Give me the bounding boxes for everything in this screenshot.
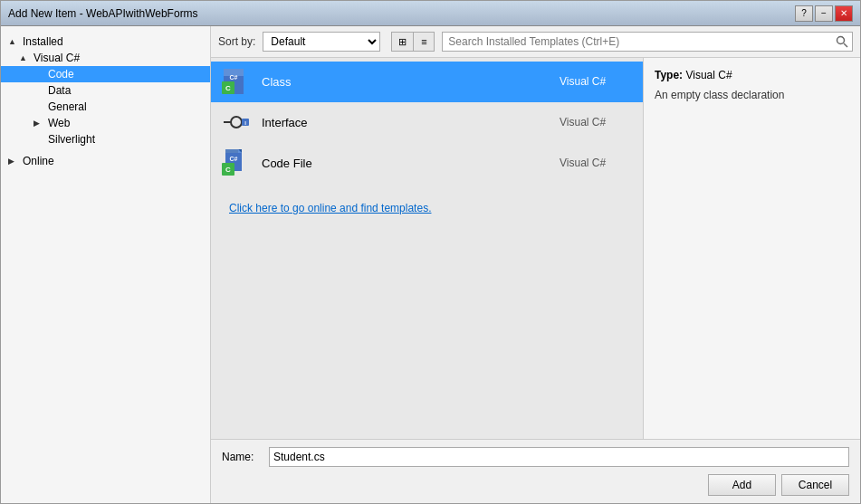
sidebar-item-visualcsharp[interactable]: ▲ Visual C# bbox=[1, 50, 210, 66]
bottom-bar: Name: Add Cancel bbox=[211, 439, 860, 503]
toolbar-row: Sort by: Default Name Type Size ⊞ ≡ bbox=[211, 26, 860, 58]
sidebar-label-online: Online bbox=[23, 155, 54, 167]
expand-arrow-web: ▶ bbox=[33, 119, 44, 128]
content-area: C# C Class Visual C# bbox=[211, 58, 860, 439]
svg-point-7 bbox=[231, 117, 242, 128]
minimize-button[interactable]: − bbox=[815, 5, 833, 22]
sidebar-item-online[interactable]: ▶ Online bbox=[1, 153, 210, 169]
interface-item-type: Visual C# bbox=[560, 116, 632, 128]
info-description: An empty class declaration bbox=[655, 89, 849, 101]
info-type-value: Visual C# bbox=[685, 69, 732, 81]
svg-text:C: C bbox=[225, 84, 231, 92]
sidebar-label-silverlight: Silverlight bbox=[48, 133, 95, 146]
name-row: Name: bbox=[222, 447, 849, 467]
online-link[interactable]: Click here to go online and find templat… bbox=[222, 195, 438, 222]
class-item-name: Class bbox=[262, 75, 549, 89]
sort-label: Sort by: bbox=[218, 35, 255, 48]
close-button[interactable]: ✕ bbox=[835, 5, 853, 22]
sidebar-label-code: Code bbox=[48, 68, 74, 81]
action-buttons: Add Cancel bbox=[222, 474, 849, 496]
search-icon bbox=[836, 35, 848, 48]
svg-line-1 bbox=[844, 43, 847, 47]
sidebar-label-data: Data bbox=[48, 84, 71, 97]
sidebar-item-installed[interactable]: ▲ Installed bbox=[1, 33, 210, 50]
template-item-interface[interactable]: I Interface Visual C# bbox=[211, 102, 643, 143]
template-item-class[interactable]: C# C Class Visual C# bbox=[211, 62, 643, 102]
sidebar-item-silverlight[interactable]: Silverlight bbox=[1, 131, 210, 147]
svg-point-0 bbox=[837, 37, 845, 44]
expand-arrow-visualcsharp: ▲ bbox=[19, 53, 30, 62]
search-input[interactable] bbox=[442, 32, 853, 52]
view-icons-button[interactable]: ⊞ bbox=[391, 32, 413, 52]
name-input[interactable] bbox=[269, 447, 849, 467]
sidebar-item-code[interactable]: Code bbox=[1, 66, 210, 82]
svg-rect-15 bbox=[225, 149, 238, 153]
sidebar-label-visualcsharp: Visual C# bbox=[33, 52, 80, 64]
online-link-container: Click here to go online and find templat… bbox=[211, 184, 643, 233]
svg-text:C: C bbox=[225, 166, 231, 174]
sidebar-label-general: General bbox=[48, 100, 87, 113]
codefile-item-name: Code File bbox=[262, 157, 549, 170]
info-panel: Type: Visual C# An empty class declarati… bbox=[643, 58, 860, 439]
view-buttons: ⊞ ≡ bbox=[391, 32, 435, 52]
svg-text:C#: C# bbox=[230, 74, 238, 81]
items-area: C# C Class Visual C# bbox=[211, 58, 643, 439]
codefile-item-type: Visual C# bbox=[560, 157, 632, 169]
info-type-row: Type: Visual C# bbox=[655, 69, 849, 81]
cancel-button[interactable]: Cancel bbox=[781, 474, 849, 496]
sidebar-label-web: Web bbox=[48, 117, 70, 129]
interface-item-name: Interface bbox=[262, 116, 549, 129]
class-template-icon: C# C bbox=[222, 67, 251, 96]
name-label: Name: bbox=[222, 451, 258, 463]
sort-select[interactable]: Default Name Type Size bbox=[263, 32, 380, 52]
sidebar: ▲ Installed ▲ Visual C# Code Data Genera… bbox=[1, 26, 211, 503]
title-bar-buttons: ? − ✕ bbox=[795, 5, 853, 22]
main-content: ▲ Installed ▲ Visual C# Code Data Genera… bbox=[1, 26, 860, 503]
codefile-template-icon: C# C bbox=[222, 148, 251, 177]
search-wrapper bbox=[442, 32, 853, 52]
interface-template-icon: I bbox=[222, 108, 251, 137]
add-button[interactable]: Add bbox=[708, 474, 776, 496]
sidebar-label-installed: Installed bbox=[23, 35, 63, 48]
title-bar: Add New Item - WebAPIwithWebForms ? − ✕ bbox=[1, 1, 860, 26]
window-title: Add New Item - WebAPIwithWebForms bbox=[8, 7, 198, 20]
info-type-label: Type: bbox=[655, 69, 683, 81]
main-window: Add New Item - WebAPIwithWebForms ? − ✕ … bbox=[0, 0, 861, 504]
expand-arrow-online: ▶ bbox=[8, 157, 19, 166]
sidebar-item-data[interactable]: Data bbox=[1, 82, 210, 99]
expand-arrow-installed: ▲ bbox=[8, 37, 19, 46]
sidebar-item-web[interactable]: ▶ Web bbox=[1, 115, 210, 131]
svg-text:C#: C# bbox=[230, 156, 238, 162]
help-button[interactable]: ? bbox=[795, 5, 813, 22]
sidebar-item-general[interactable]: General bbox=[1, 99, 210, 115]
class-item-type: Visual C# bbox=[560, 75, 632, 88]
view-list-button[interactable]: ≡ bbox=[413, 32, 435, 52]
right-panel: Sort by: Default Name Type Size ⊞ ≡ bbox=[211, 26, 860, 503]
search-button[interactable] bbox=[833, 33, 851, 51]
template-item-codefile[interactable]: C# C Code File Visual C# bbox=[211, 143, 643, 184]
